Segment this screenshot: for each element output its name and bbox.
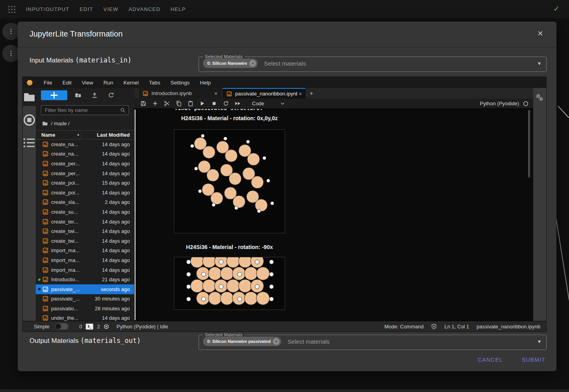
run-all-icon[interactable] <box>235 101 241 106</box>
chip-delete-icon[interactable]: × <box>249 60 256 67</box>
dropdown-caret-icon[interactable]: ▾ <box>538 60 541 66</box>
kebab-menu-button[interactable] <box>2 45 20 62</box>
cancel-button[interactable]: CANCEL <box>476 353 505 366</box>
file-filter <box>41 105 129 115</box>
app-menu-item-advanced[interactable]: ADVANCED <box>129 6 160 12</box>
file-row[interactable]: create_twi...14 days ago <box>36 226 134 236</box>
file-row[interactable]: passivatio...28 minutes ago <box>36 304 134 313</box>
new-folder-icon[interactable] <box>75 92 81 99</box>
select-materials-placeholder[interactable]: Select materials <box>287 338 538 345</box>
file-row[interactable]: create_twi...14 days ago <box>36 236 134 246</box>
dropdown-caret-icon[interactable]: ▾ <box>538 338 541 344</box>
tab-passivate-nanoribbon[interactable]: passivate_nanoribbon.ipynb × <box>223 88 306 99</box>
file-browser-tab[interactable] <box>23 88 36 106</box>
column-name[interactable]: Name <box>41 132 55 138</box>
kernel-count[interactable]: 2 <box>97 324 100 330</box>
app-menu-item-input-output[interactable]: INPUT/OUTPUT <box>26 6 69 12</box>
kebab-menu-button[interactable] <box>2 23 20 40</box>
apps-grid-icon[interactable] <box>7 5 17 14</box>
terminal-icon[interactable]: $_ <box>86 324 93 330</box>
stop-icon[interactable] <box>211 101 217 106</box>
notebook-file-icon <box>42 199 48 205</box>
file-row[interactable]: Introductio...21 days ago <box>36 275 134 284</box>
search-icon <box>120 107 126 113</box>
jupyter-menu-item-kernel[interactable]: Kernel <box>118 80 144 86</box>
refresh-icon[interactable] <box>108 92 114 99</box>
file-row[interactable]: create_na...14 days ago <box>36 149 134 159</box>
file-row[interactable]: create_sla...2 days ago <box>36 198 134 207</box>
terminal-count[interactable]: 0 <box>79 324 82 330</box>
file-row[interactable]: create_poi...15 days ago <box>36 178 134 188</box>
app-menu-item-help[interactable]: HELP <box>171 6 186 12</box>
material-chip[interactable]: 0: Silicon Nanowire passivated × <box>203 337 281 346</box>
chip-delete-icon[interactable]: × <box>273 338 280 345</box>
property-inspector-gears-icon[interactable] <box>536 93 544 102</box>
tab-introduction[interactable]: Introduction.ipynb × <box>139 88 221 99</box>
jupyter-menu-item-run[interactable]: Run <box>98 80 118 86</box>
input-materials-select[interactable]: Selected Materials 0: Silicon Nanowire ×… <box>199 54 547 72</box>
running-kernels-tab[interactable] <box>23 111 36 129</box>
cursor-position[interactable]: Ln 1, Col 1 <box>444 324 469 330</box>
new-launcher-button[interactable] <box>41 90 67 100</box>
notebook-content[interactable]: final passivated structure: H24Si36 - Ma… <box>134 109 533 321</box>
file-row[interactable]: create_poi...14 days ago <box>36 188 134 198</box>
add-tab-icon[interactable]: + <box>306 88 317 99</box>
app-menu-item-view[interactable]: VIEW <box>103 6 118 12</box>
copy-icon[interactable] <box>176 101 182 106</box>
tab-close-icon[interactable]: × <box>214 90 217 97</box>
tab-close-icon[interactable]: × <box>299 91 302 97</box>
file-row[interactable]: passivate_...seconds ago <box>36 284 134 294</box>
table-of-contents-tab[interactable] <box>23 134 36 152</box>
restart-kernel-icon[interactable] <box>223 101 229 106</box>
clipped-output-text: final passivated structure: <box>175 109 263 112</box>
command-mode-indicator[interactable]: Mode: Command <box>385 324 424 330</box>
material-chip[interactable]: 0: Silicon Nanowire × <box>203 59 258 68</box>
file-row[interactable]: import_ma...14 days ago <box>36 265 134 275</box>
save-icon[interactable] <box>140 101 146 106</box>
add-cell-icon[interactable] <box>152 101 158 106</box>
output-materials-select[interactable]: Selected Materials 0: Silicon Nanowire p… <box>199 332 547 350</box>
statusbar-filename: passivate_nanoribbon.ipynb <box>477 324 540 330</box>
shield-x-icon[interactable] <box>431 324 437 330</box>
upload-icon[interactable] <box>91 92 98 99</box>
folder-icon[interactable] <box>42 121 48 126</box>
paste-icon[interactable] <box>188 101 193 106</box>
kernel-status-text[interactable]: Python (Pyodide) | Idle <box>116 324 168 330</box>
close-icon[interactable]: × <box>538 29 543 38</box>
run-icon[interactable] <box>199 101 205 106</box>
kernel-name[interactable]: Python (Pyodide) <box>480 101 519 106</box>
file-row[interactable]: create_su...14 days ago <box>36 207 134 217</box>
input-materials-label: Input Materials (materials_in) <box>29 56 132 64</box>
submit-button[interactable]: SUBMIT <box>520 353 547 366</box>
chevron-down-icon[interactable] <box>280 101 285 106</box>
jupyter-menu-item-view[interactable]: View <box>77 80 98 86</box>
cell-type-select[interactable]: Code <box>252 101 264 106</box>
file-row[interactable]: create_per...14 days ago <box>36 169 134 178</box>
jupyter-menu-item-edit[interactable]: Edit <box>57 80 77 86</box>
file-filter-input[interactable] <box>41 107 120 113</box>
file-row[interactable]: create_na...14 days ago <box>36 139 134 149</box>
file-row[interactable]: create_ter...14 days ago <box>36 217 134 227</box>
jupyter-menu-item-settings[interactable]: Settings <box>165 80 195 86</box>
app-menu-item-edit[interactable]: EDIT <box>79 6 93 12</box>
file-row[interactable]: import_ma...14 days ago <box>36 246 134 256</box>
file-row[interactable]: under_the...14 days ago <box>36 313 134 321</box>
scrollbar[interactable] <box>528 110 530 178</box>
file-dot <box>38 240 41 242</box>
file-browser: / made / Name ▲ Last Modified create_na.… <box>36 88 134 321</box>
notebook-file-icon <box>42 141 48 147</box>
file-row[interactable]: passivate_...30 minutes ago <box>36 294 134 304</box>
kernel-chip-icon[interactable] <box>103 324 109 330</box>
notebook-file-icon <box>42 190 48 196</box>
select-materials-placeholder[interactable]: Select materials <box>264 60 538 67</box>
jupyter-menu-item-tabs[interactable]: Tabs <box>144 80 166 86</box>
file-row[interactable]: import_ma...14 days ago <box>36 255 134 265</box>
kernel-status-icon[interactable] <box>523 101 528 106</box>
breadcrumb-path[interactable]: / made / <box>51 121 70 126</box>
jupyter-menu-item-help[interactable]: Help <box>195 80 216 86</box>
jupyter-menu-item-file[interactable]: File <box>39 80 57 86</box>
column-last-modified[interactable]: Last Modified <box>97 132 130 138</box>
cut-icon[interactable] <box>164 101 170 106</box>
simple-mode-toggle[interactable] <box>55 323 68 330</box>
file-row[interactable]: create_per...14 days ago <box>36 159 134 169</box>
